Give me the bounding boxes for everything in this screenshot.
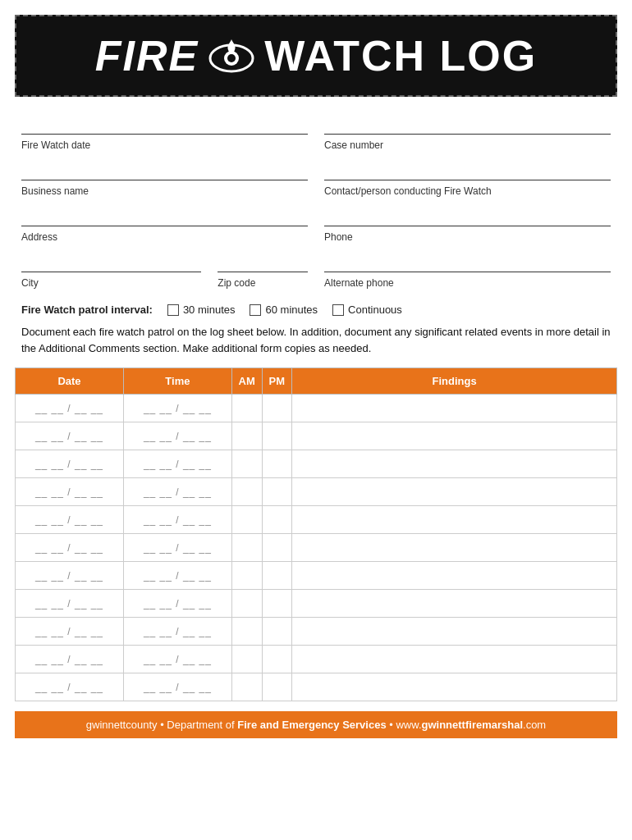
time-placeholder: __ __ / __ __ xyxy=(144,682,212,693)
am-cell[interactable] xyxy=(231,590,262,618)
am-cell[interactable] xyxy=(231,478,262,506)
pm-cell[interactable] xyxy=(262,673,292,701)
time-cell: __ __ / __ __ xyxy=(123,590,231,618)
row-city-zip-altphone: City Zip code Alternate phone xyxy=(21,243,611,289)
table-row: __ __ / __ ____ __ / __ __ xyxy=(16,646,617,673)
am-cell[interactable] xyxy=(231,534,262,562)
log-table: Date Time AM PM Findings __ __ / __ ____… xyxy=(15,368,617,701)
table-row: __ __ / __ ____ __ / __ __ xyxy=(16,534,617,562)
findings-cell[interactable] xyxy=(292,534,617,562)
table-row: __ __ / __ ____ __ / __ __ xyxy=(16,450,617,478)
findings-cell[interactable] xyxy=(292,590,617,618)
findings-cell[interactable] xyxy=(292,395,617,422)
findings-cell[interactable] xyxy=(292,450,617,478)
pm-cell[interactable] xyxy=(262,562,292,590)
date-placeholder: __ __ / __ __ xyxy=(35,626,103,637)
footer-gwinnett: gwinnett xyxy=(86,719,126,731)
footer-bar: gwinnettcounty • Department of Fire and … xyxy=(15,711,617,738)
patrol-continuous-option[interactable]: Continuous xyxy=(332,304,402,316)
findings-cell[interactable] xyxy=(292,646,617,673)
fire-watch-date-label: Fire Watch date xyxy=(21,139,308,151)
table-row: __ __ / __ ____ __ / __ __ xyxy=(16,590,617,618)
contact-field: Contact/person conducting Fire Watch xyxy=(324,151,611,197)
time-cell: __ __ / __ __ xyxy=(123,450,231,478)
table-row: __ __ / __ ____ __ / __ __ xyxy=(16,562,617,590)
patrol-interval-label: Fire Watch patrol interval: xyxy=(21,304,153,316)
time-placeholder: __ __ / __ __ xyxy=(144,570,212,582)
date-cell: __ __ / __ __ xyxy=(16,618,124,646)
patrol-30min-checkbox[interactable] xyxy=(167,304,179,316)
phone-label: Phone xyxy=(324,231,611,243)
phone-input[interactable] xyxy=(324,208,611,226)
findings-cell[interactable] xyxy=(292,618,617,646)
findings-cell[interactable] xyxy=(292,422,617,450)
am-cell[interactable] xyxy=(231,673,262,701)
pm-cell[interactable] xyxy=(262,450,292,478)
time-placeholder: __ __ / __ __ xyxy=(144,514,212,526)
date-placeholder: __ __ / __ __ xyxy=(35,486,103,498)
patrol-60min-checkbox[interactable] xyxy=(250,304,261,316)
time-placeholder: __ __ / __ __ xyxy=(144,654,212,665)
patrol-30min-option[interactable]: 30 minutes xyxy=(167,304,236,316)
pm-cell[interactable] xyxy=(262,646,292,673)
patrol-60min-option[interactable]: 60 minutes xyxy=(250,304,318,316)
am-cell[interactable] xyxy=(231,618,262,646)
time-cell: __ __ / __ __ xyxy=(123,422,231,450)
footer-website: gwinnettfiremarshal xyxy=(422,719,524,731)
findings-cell[interactable] xyxy=(292,673,617,701)
date-cell: __ __ / __ __ xyxy=(16,534,124,562)
date-placeholder: __ __ / __ __ xyxy=(35,654,103,665)
time-cell: __ __ / __ __ xyxy=(123,646,231,673)
findings-cell[interactable] xyxy=(292,478,617,506)
contact-input[interactable] xyxy=(324,162,611,180)
date-cell: __ __ / __ __ xyxy=(16,646,124,673)
am-cell[interactable] xyxy=(231,422,262,450)
time-cell: __ __ / __ __ xyxy=(123,478,231,506)
pm-cell[interactable] xyxy=(262,534,292,562)
am-cell[interactable] xyxy=(231,646,262,673)
footer-dept: Fire and Emergency Services xyxy=(237,719,386,731)
pm-cell[interactable] xyxy=(262,506,292,534)
am-cell[interactable] xyxy=(231,562,262,590)
time-cell: __ __ / __ __ xyxy=(123,506,231,534)
findings-cell[interactable] xyxy=(292,506,617,534)
business-name-input[interactable] xyxy=(21,162,308,180)
pm-cell[interactable] xyxy=(262,422,292,450)
patrol-continuous-label: Continuous xyxy=(348,304,402,316)
case-number-input[interactable] xyxy=(324,116,611,135)
time-cell: __ __ / __ __ xyxy=(123,395,231,422)
table-header-row: Date Time AM PM Findings xyxy=(16,368,617,395)
address-input[interactable] xyxy=(21,208,308,226)
col-header-findings: Findings xyxy=(292,368,617,395)
time-placeholder: __ __ / __ __ xyxy=(144,486,212,498)
footer-county: county • Department of xyxy=(126,719,237,731)
col-header-am: AM xyxy=(231,368,262,395)
city-input[interactable] xyxy=(21,254,201,272)
alt-phone-input[interactable] xyxy=(324,254,611,272)
am-cell[interactable] xyxy=(231,450,262,478)
city-field: City xyxy=(21,243,201,289)
am-cell[interactable] xyxy=(231,395,262,422)
time-cell: __ __ / __ __ xyxy=(123,618,231,646)
form-area: Fire Watch date Case number Business nam… xyxy=(0,97,632,356)
table-row: __ __ / __ ____ __ / __ __ xyxy=(16,422,617,450)
fire-watch-date-input[interactable] xyxy=(21,116,308,135)
am-cell[interactable] xyxy=(231,506,262,534)
pm-cell[interactable] xyxy=(262,618,292,646)
pm-cell[interactable] xyxy=(262,395,292,422)
time-placeholder: __ __ / __ __ xyxy=(144,403,212,414)
case-number-label: Case number xyxy=(324,139,611,151)
date-cell: __ __ / __ __ xyxy=(16,590,124,618)
log-table-body: __ __ / __ ____ __ / __ ____ __ / __ ___… xyxy=(16,395,617,701)
patrol-60min-label: 60 minutes xyxy=(265,304,318,316)
patrol-continuous-checkbox[interactable] xyxy=(332,304,344,316)
findings-cell[interactable] xyxy=(292,562,617,590)
description-text: Document each fire watch patrol on the l… xyxy=(21,324,611,356)
date-cell: __ __ / __ __ xyxy=(16,422,124,450)
time-placeholder: __ __ / __ __ xyxy=(144,626,212,637)
pm-cell[interactable] xyxy=(262,478,292,506)
zip-input[interactable] xyxy=(218,254,308,272)
pm-cell[interactable] xyxy=(262,590,292,618)
table-row: __ __ / __ ____ __ / __ __ xyxy=(16,506,617,534)
date-placeholder: __ __ / __ __ xyxy=(35,459,103,470)
